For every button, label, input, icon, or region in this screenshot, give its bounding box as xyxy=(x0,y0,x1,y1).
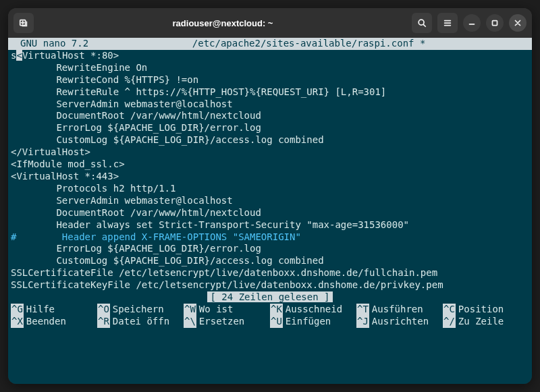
shortcut-key: ^\ xyxy=(184,316,196,328)
close-button[interactable] xyxy=(509,14,526,32)
shortcut-label: Beenden xyxy=(24,316,66,328)
shortcut-label: Speichern xyxy=(110,304,164,316)
minimize-button[interactable] xyxy=(463,14,481,32)
maximize-button[interactable] xyxy=(486,14,504,32)
nano-shortcut: ^UEinfügen xyxy=(270,316,356,328)
shortcut-label: Datei öffn xyxy=(110,316,169,328)
titlebar: radiouser@nextcloud: ~ xyxy=(8,8,532,38)
svg-point-1 xyxy=(418,20,424,25)
nano-shortcut: ^KAusschneid xyxy=(270,304,356,316)
shortcut-label: Zu Zeile xyxy=(456,316,504,328)
terminal-viewport[interactable]: GNU nano 7.2 /etc/apache2/sites-availabl… xyxy=(8,38,532,384)
nano-shortcut: ^GHilfe xyxy=(11,304,97,316)
editor-line: ServerAdmin webmaster@localhost xyxy=(11,99,529,111)
editor-line: s<VirtualHost *:80> xyxy=(11,50,529,62)
shortcut-label: Wo ist xyxy=(196,304,234,316)
editor-line: DocumentRoot /var/www/html/nextcloud xyxy=(11,207,529,219)
editor-line: RewriteCond %{HTTPS} !=on xyxy=(11,74,529,86)
nano-status-line: [ 24 Zeilen gelesen ] xyxy=(8,291,532,304)
shortcut-key: ^K xyxy=(270,304,283,316)
nano-shortcut: ^JAusrichten xyxy=(356,316,443,328)
shortcut-key: ^J xyxy=(356,316,369,328)
editor-line: ErrorLog ${APACHE_LOG_DIR}/error.log xyxy=(11,243,529,255)
shortcut-key: ^G xyxy=(11,304,24,316)
shortcut-label: Ausrichten xyxy=(369,316,429,328)
nano-shortcuts-row-1: ^GHilfe^OSpeichern^WWo ist^KAusschneid^T… xyxy=(8,304,532,316)
shortcut-key: ^C xyxy=(443,304,456,316)
nano-content[interactable]: s<VirtualHost *:80> RewriteEngine On Rew… xyxy=(8,50,532,291)
new-tab-button[interactable] xyxy=(14,13,34,33)
nano-status-text: [ 24 Zeilen gelesen ] xyxy=(207,291,332,302)
editor-line: RewriteEngine On xyxy=(11,62,529,74)
shortcut-label: Hilfe xyxy=(24,304,55,316)
window-title: radiouser@nextcloud: ~ xyxy=(39,18,406,28)
shortcut-key: ^O xyxy=(97,304,110,316)
nano-shortcut: ^RDatei öffn xyxy=(97,316,184,328)
shortcut-key: ^X xyxy=(11,316,24,328)
editor-line: <VirtualHost *:443> xyxy=(11,171,529,183)
shortcut-label: Einfügen xyxy=(283,316,331,328)
terminal-window: radiouser@nextcloud: ~ GNU nano 7.2 /etc… xyxy=(8,8,532,384)
shortcut-key: ^U xyxy=(270,316,283,328)
editor-line: DocumentRoot /var/www/html/nextcloud xyxy=(11,110,529,122)
nano-shortcut: ^\Ersetzen xyxy=(184,316,270,328)
editor-line: <IfModule mod_ssl.c> xyxy=(11,159,529,171)
nano-shortcut: ^/Zu Zeile xyxy=(443,316,529,328)
editor-line: ErrorLog ${APACHE_LOG_DIR}/error.log xyxy=(11,122,529,134)
shortcut-label: Ausführen xyxy=(369,304,423,316)
shortcut-key: ^R xyxy=(97,316,110,328)
shortcut-key: ^W xyxy=(184,304,196,316)
nano-shortcut: ^TAusführen xyxy=(356,304,443,316)
cursor: < xyxy=(16,50,22,61)
nano-app-name: GNU nano 7.2 xyxy=(11,38,88,50)
nano-file-path: /etc/apache2/sites-available/raspi.conf … xyxy=(88,38,529,50)
editor-line: ServerAdmin webmaster@localhost xyxy=(11,195,529,207)
menu-button[interactable] xyxy=(437,13,458,33)
svg-rect-2 xyxy=(493,21,497,26)
editor-line: CustomLog ${APACHE_LOG_DIR}/access.log c… xyxy=(11,134,529,146)
shortcut-label: Ausschneid xyxy=(283,304,342,316)
shortcut-label: Ersetzen xyxy=(196,316,244,328)
editor-line: # Header append X-FRAME-OPTIONS "SAMEORI… xyxy=(11,231,529,244)
nano-shortcuts-row-2: ^XBeenden^RDatei öffn^\Ersetzen^UEinfüge… xyxy=(8,316,532,328)
nano-header: GNU nano 7.2 /etc/apache2/sites-availabl… xyxy=(8,38,532,50)
editor-line: SSLCertificateFile /etc/letsencrypt/live… xyxy=(11,267,529,279)
editor-line: CustomLog ${APACHE_LOG_DIR}/access.log c… xyxy=(11,255,529,267)
editor-line: SSLCertificateKeyFile /etc/letsencrypt/l… xyxy=(11,279,529,291)
nano-shortcut: ^XBeenden xyxy=(11,316,97,328)
shortcut-key: ^T xyxy=(356,304,369,316)
editor-line: </VirtualHost> xyxy=(11,146,529,159)
nano-shortcut: ^WWo ist xyxy=(184,304,270,316)
nano-shortcut: ^CPosition xyxy=(443,304,529,316)
shortcut-key: ^/ xyxy=(443,316,456,328)
nano-shortcut: ^OSpeichern xyxy=(97,304,184,316)
editor-line: Protocols h2 http/1.1 xyxy=(11,183,529,195)
search-button[interactable] xyxy=(412,13,432,33)
shortcut-label: Position xyxy=(456,304,504,316)
editor-line: Header always set Strict-Transport-Secur… xyxy=(11,219,529,231)
editor-line: RewriteRule ^ https://%{HTTP_HOST}%{REQU… xyxy=(11,86,529,99)
